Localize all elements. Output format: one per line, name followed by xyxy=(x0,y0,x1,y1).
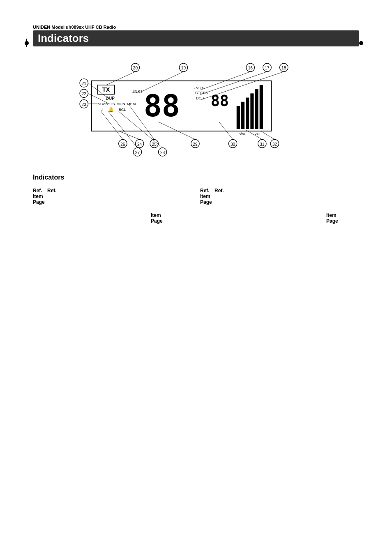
svg-text:23: 23 xyxy=(82,102,87,107)
reg-mark-tr xyxy=(359,41,367,49)
svg-text:88: 88 xyxy=(144,88,180,123)
col-item-label: Ref. xyxy=(47,188,118,539)
svg-text:88: 88 xyxy=(211,92,229,110)
svg-text:MEM: MEM xyxy=(127,102,136,106)
col-right-header: Ref. Item Page Ref. Item Page xyxy=(200,188,359,539)
indicators-heading: Indicators xyxy=(33,174,359,181)
svg-text:TX: TX xyxy=(102,86,110,93)
svg-text:19: 19 xyxy=(181,66,186,70)
svg-text:31: 31 xyxy=(260,142,265,147)
svg-text:22: 22 xyxy=(82,92,87,96)
diagram-area: TX DUP INST SCAN GS MON MEM ♪ 🔔 BCL xyxy=(33,55,359,161)
svg-text:GS: GS xyxy=(109,102,115,106)
svg-text:24: 24 xyxy=(137,142,142,147)
svg-text:28: 28 xyxy=(160,150,165,155)
model-label: UNIDEN Model uh089sx UHF CB Radio xyxy=(33,25,359,30)
svg-text:27: 27 xyxy=(135,150,140,155)
col-left-header: Ref. Item Page Ref. Item Page xyxy=(33,188,184,539)
reg-mark-tl xyxy=(25,41,33,49)
svg-rect-24 xyxy=(250,93,254,129)
svg-text:16: 16 xyxy=(248,66,253,70)
col-ref2-label: Ref. Item Page xyxy=(200,188,214,539)
page-title: Indicators xyxy=(33,30,359,46)
indicators-columns: Ref. Item Page Ref. Item Page 16 VOX - V… xyxy=(33,188,359,539)
svg-text:26: 26 xyxy=(120,142,125,147)
svg-rect-22 xyxy=(241,102,244,129)
svg-text:20: 20 xyxy=(133,66,138,70)
col-page-label: Item Page xyxy=(118,188,184,539)
svg-text:🔔: 🔔 xyxy=(108,106,114,112)
col-page2-label: Item Page xyxy=(293,188,359,539)
svg-rect-26 xyxy=(260,85,263,129)
svg-text:VOX: VOX xyxy=(196,86,204,90)
svg-line-79 xyxy=(261,131,275,139)
svg-text:MON: MON xyxy=(117,102,125,106)
svg-text:29: 29 xyxy=(193,142,198,147)
svg-text:18: 18 xyxy=(281,66,286,70)
col-ref-label: Ref. Item Page xyxy=(33,188,47,539)
svg-rect-25 xyxy=(255,89,258,129)
col-left: Ref. Item Page Ref. Item Page 16 VOX - V… xyxy=(33,188,196,539)
svg-text:17: 17 xyxy=(265,66,270,70)
svg-text:CTCSS: CTCSS xyxy=(195,91,208,95)
svg-text:32: 32 xyxy=(272,142,277,147)
svg-text:INST: INST xyxy=(133,90,143,94)
svg-text:DCS: DCS xyxy=(196,96,204,100)
svg-text:30: 30 xyxy=(231,142,235,147)
svg-text:S/RF: S/RF xyxy=(239,132,247,136)
col-item2-label: Ref. xyxy=(214,188,293,539)
svg-text:21: 21 xyxy=(82,81,87,86)
col-right: Ref. Item Page Ref. Item Page 25 MEM - M… xyxy=(196,188,359,539)
indicators-diagram: TX DUP INST SCAN GS MON MEM ♪ 🔔 BCL xyxy=(33,55,359,161)
svg-rect-21 xyxy=(237,106,240,129)
svg-text:DUP: DUP xyxy=(106,96,115,101)
svg-text:♪: ♪ xyxy=(101,107,104,112)
svg-text:25: 25 xyxy=(152,142,157,147)
svg-text:BCL: BCL xyxy=(119,108,126,112)
svg-rect-23 xyxy=(246,98,249,129)
